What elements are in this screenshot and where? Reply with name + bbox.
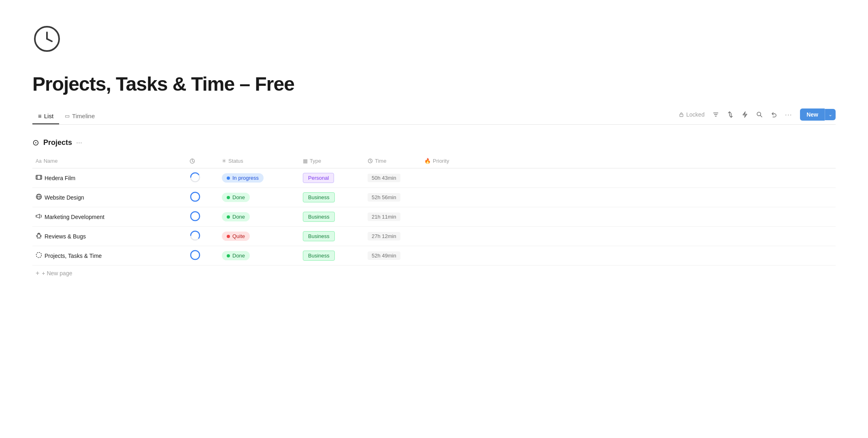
- progress-circle: [189, 191, 201, 204]
- tab-list[interactable]: ≡ List: [32, 108, 59, 124]
- time-value: 21h 11min: [368, 213, 400, 221]
- cell-type: Personal: [300, 170, 364, 186]
- table-row[interactable]: Website Design Done Business 52h 56min: [32, 188, 836, 207]
- row-icon: [36, 213, 42, 221]
- type-badge[interactable]: Personal: [303, 173, 334, 183]
- section-more-button[interactable]: ···: [76, 138, 82, 147]
- progress-col-icon: [189, 158, 195, 164]
- project-name: Hedera Film: [45, 175, 75, 181]
- progress-circle: [189, 249, 201, 262]
- status-badge[interactable]: In progress: [222, 173, 264, 183]
- sort-button[interactable]: [724, 108, 737, 121]
- page-icon: [32, 24, 836, 65]
- type-badge[interactable]: Business: [303, 192, 335, 202]
- tab-timeline[interactable]: ▭ Timeline: [59, 108, 100, 124]
- status-badge[interactable]: Done: [222, 193, 250, 202]
- cell-time: 21h 11min: [364, 209, 421, 224]
- svg-line-30: [36, 235, 37, 236]
- project-name: Marketing Development: [45, 214, 104, 220]
- table-row[interactable]: Marketing Development Done Business 21h …: [32, 207, 836, 227]
- status-dot: [227, 215, 230, 219]
- status-dot: [227, 176, 230, 180]
- cell-priority: [421, 194, 478, 201]
- status-label: In progress: [232, 175, 259, 181]
- status-badge[interactable]: Done: [222, 212, 250, 221]
- toolbar: ≡ List ▭ Timeline Locked: [32, 108, 836, 125]
- col-header-status: ✳ Status: [219, 156, 300, 166]
- svg-rect-13: [36, 175, 42, 179]
- locked-badge: Locked: [675, 110, 708, 119]
- cell-type: Business: [300, 208, 364, 225]
- time-value: 52h 49min: [368, 251, 400, 260]
- row-icon: [36, 252, 42, 259]
- progress-circle: [189, 172, 201, 184]
- more-button[interactable]: ···: [782, 108, 795, 121]
- svg-line-2: [47, 39, 52, 41]
- col-header-name: Aa Name: [32, 156, 186, 166]
- status-badge[interactable]: Done: [222, 251, 250, 260]
- cell-name: Reviews & Bugs: [32, 229, 186, 243]
- new-chevron-button[interactable]: ⌄: [825, 109, 836, 120]
- table-row[interactable]: Hedera Film In progress Personal 50h 43m…: [32, 168, 836, 188]
- cell-time: 50h 43min: [364, 170, 421, 185]
- type-badge[interactable]: Business: [303, 212, 335, 222]
- cell-progress: [186, 168, 219, 187]
- progress-circle: [189, 210, 201, 223]
- projects-table: Aa Name ✳ Status ▦ Type Time: [32, 154, 836, 281]
- new-page-row[interactable]: + + New page: [32, 266, 836, 281]
- type-badge[interactable]: Business: [303, 231, 335, 241]
- status-label: Quite: [232, 233, 245, 239]
- col-header-type: ▦ Type: [300, 156, 364, 166]
- cell-name: Website Design: [32, 190, 186, 204]
- cell-progress: [186, 227, 219, 246]
- cell-time: 52h 56min: [364, 190, 421, 205]
- cell-status: Quite: [219, 228, 300, 244]
- svg-point-28: [191, 212, 200, 221]
- status-badge[interactable]: Quite: [222, 232, 250, 241]
- status-dot: [227, 235, 230, 238]
- filter-button[interactable]: [709, 108, 722, 121]
- cell-time: 27h 12min: [364, 229, 421, 244]
- cell-progress: [186, 207, 219, 226]
- cell-progress: [186, 246, 219, 265]
- list-icon: ≡: [38, 113, 42, 119]
- section-title: Projects: [43, 138, 72, 147]
- lock-icon: [679, 112, 684, 117]
- status-label: Done: [232, 253, 245, 259]
- svg-line-8: [760, 115, 762, 117]
- svg-point-40: [191, 251, 200, 259]
- col-header-progress: [186, 156, 219, 166]
- lightning-button[interactable]: [738, 108, 751, 121]
- row-icon: [36, 174, 42, 182]
- undo-button[interactable]: [768, 108, 781, 121]
- table-rows: Hedera Film In progress Personal 50h 43m…: [32, 168, 836, 266]
- cell-progress: [186, 188, 219, 207]
- new-button-group: New ⌄: [800, 108, 836, 121]
- table-row[interactable]: Projects, Tasks & Time Done Business 52h…: [32, 246, 836, 266]
- svg-line-12: [370, 161, 372, 162]
- table-row[interactable]: Reviews & Bugs Quite Business 27h 12min: [32, 227, 836, 246]
- svg-point-38: [36, 253, 42, 258]
- col-header-time: Time: [364, 156, 421, 166]
- section-icon: ⊙: [32, 138, 39, 147]
- time-value: 27h 12min: [368, 232, 400, 240]
- cell-status: Done: [219, 189, 300, 205]
- cell-name: Hedera Film: [32, 171, 186, 185]
- cell-name: Marketing Development: [32, 210, 186, 224]
- section-header: ⊙ Projects ···: [32, 134, 836, 151]
- cell-type: Business: [300, 189, 364, 206]
- new-page-plus-icon: +: [36, 270, 39, 277]
- search-button[interactable]: [753, 108, 766, 121]
- project-name: Reviews & Bugs: [45, 233, 86, 240]
- cell-priority: [421, 175, 478, 181]
- cell-type: Business: [300, 247, 364, 264]
- time-value: 50h 43min: [368, 174, 400, 182]
- row-icon: [36, 232, 42, 240]
- toolbar-actions: Locked: [675, 108, 836, 124]
- new-button[interactable]: New: [800, 108, 825, 121]
- status-dot: [227, 254, 230, 257]
- project-name: Website Design: [45, 194, 84, 201]
- status-dot: [227, 196, 230, 199]
- type-badge[interactable]: Business: [303, 251, 335, 261]
- page-title: Projects, Tasks & Time – Free: [32, 73, 836, 95]
